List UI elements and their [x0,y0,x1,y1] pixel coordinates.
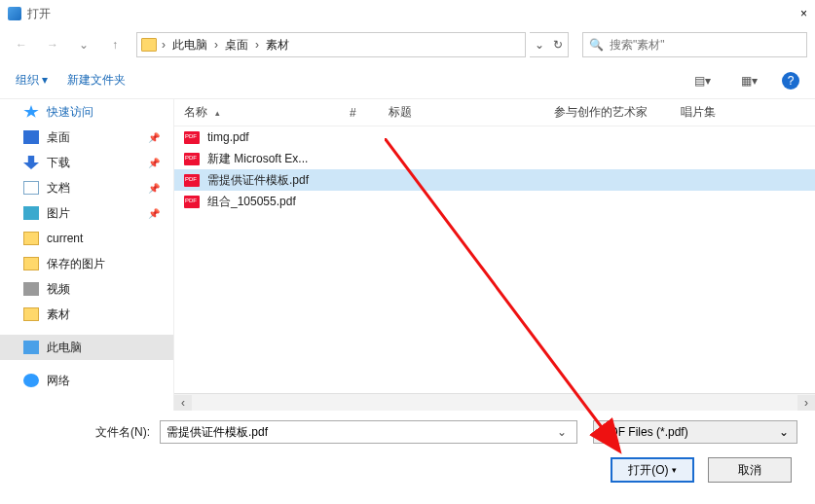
horizontal-scrollbar[interactable]: ‹ › [174,393,815,411]
preview-pane-button[interactable]: ▦▾ [735,70,762,91]
nav-bar: ← → ⌄ ↑ › 此电脑 › 桌面 › 素材 ⌄ ↻ 🔍 搜索"素材" [0,27,815,62]
pdf-icon [184,131,200,144]
dialog-body: 快速访问 桌面📌 下载📌 文档📌 图片📌 current 保存的图片 视频 素材… [0,99,815,411]
sidebar-item-documents[interactable]: 文档📌 [0,175,173,200]
folder-icon [23,307,39,321]
forward-button[interactable]: → [39,31,66,58]
star-icon [23,105,39,119]
scroll-left-icon[interactable]: ‹ [174,395,192,411]
pin-icon: 📌 [148,132,160,143]
download-icon [23,156,39,169]
document-icon [23,181,39,195]
sidebar-network[interactable]: 网络 [0,368,173,393]
sort-caret-icon: ▴ [215,108,220,118]
scroll-right-icon[interactable]: › [797,395,815,411]
up-button[interactable]: ↑ [101,31,129,58]
filename-input[interactable]: 需提供证件模板.pdf ⌄ [160,420,577,444]
filename-dropdown-icon[interactable]: ⌄ [553,425,571,439]
title-bar: 打开 × [0,0,815,27]
video-icon [23,282,39,296]
file-row[interactable]: 新建 Microsoft Ex... [174,148,815,169]
window-title: 打开 [27,6,51,22]
breadcrumb-dropdown-icon[interactable]: ⌄ [535,38,544,52]
folder-icon [141,38,157,52]
file-row[interactable]: 需提供证件模板.pdf [174,169,815,191]
crumb-sucai[interactable]: 素材 [264,37,291,54]
desktop-icon [23,130,39,144]
breadcrumb-extra: ⌄ ↻ [530,32,569,57]
file-list-area: 名称▴ # 标题 参与创作的艺术家 唱片集 timg.pdf 新建 Micros… [173,99,815,411]
breadcrumb[interactable]: › 此电脑 › 桌面 › 素材 [136,32,526,57]
search-placeholder: 搜索"素材" [610,37,665,54]
crumb-thispc[interactable]: 此电脑 [170,37,209,54]
toolbar: 组织 ▾ 新建文件夹 ▤▾ ▦▾ ? [0,62,815,99]
app-icon [8,7,21,20]
close-icon[interactable]: × [800,7,807,20]
pc-icon [23,341,39,354]
new-folder-button[interactable]: 新建文件夹 [67,72,126,89]
filetype-value: PDF Files (*.pdf) [602,425,688,439]
pictures-icon [23,206,39,220]
sidebar-quick-access[interactable]: 快速访问 [0,99,173,125]
pdf-icon [184,174,200,187]
search-icon: 🔍 [589,38,604,52]
folder-icon [23,232,39,245]
recent-dropdown[interactable]: ⌄ [70,31,97,58]
search-input[interactable]: 🔍 搜索"素材" [582,32,807,57]
footer: 文件名(N): 需提供证件模板.pdf ⌄ PDF Files (*.pdf) … [0,411,815,483]
crumb-desktop[interactable]: 桌面 [223,37,250,54]
filename-label: 文件名(N): [18,424,154,441]
file-row[interactable]: 组合_105055.pdf [174,191,815,212]
file-row[interactable]: timg.pdf [174,126,815,148]
back-button[interactable]: ← [8,31,35,58]
sidebar-item-savedpics[interactable]: 保存的图片 [0,251,173,276]
column-headers: 名称▴ # 标题 参与创作的艺术家 唱片集 [174,99,815,126]
sidebar-item-videos[interactable]: 视频 [0,276,173,302]
col-album[interactable]: 唱片集 [671,104,815,121]
sidebar-item-pictures[interactable]: 图片📌 [0,200,173,226]
sidebar: 快速访问 桌面📌 下载📌 文档📌 图片📌 current 保存的图片 视频 素材… [0,99,173,411]
sidebar-item-sucai[interactable]: 素材 [0,302,173,327]
sidebar-item-downloads[interactable]: 下载📌 [0,150,173,175]
help-button[interactable]: ? [782,72,799,90]
pdf-icon [184,153,200,165]
pin-icon: 📌 [148,183,160,194]
network-icon [23,374,39,387]
sidebar-item-desktop[interactable]: 桌面📌 [0,125,173,150]
organize-button[interactable]: 组织 ▾ [16,72,48,89]
sidebar-item-current[interactable]: current [0,226,173,251]
cancel-button[interactable]: 取消 [708,457,792,483]
sidebar-this-pc[interactable]: 此电脑 [0,335,173,360]
col-name[interactable]: 名称▴ [174,104,340,121]
filename-value: 需提供证件模板.pdf [167,424,553,441]
filetype-select[interactable]: PDF Files (*.pdf) ⌄ [593,420,797,444]
col-title[interactable]: 标题 [379,104,544,121]
folder-icon [23,257,39,270]
file-rows: timg.pdf 新建 Microsoft Ex... 需提供证件模板.pdf … [174,126,815,393]
filetype-dropdown-icon: ⌄ [779,425,789,439]
col-artist[interactable]: 参与创作的艺术家 [544,104,671,121]
view-mode-button[interactable]: ▤▾ [688,70,716,91]
pin-icon: 📌 [148,158,160,168]
col-number[interactable]: # [340,106,379,120]
open-button[interactable]: 打开(O) ▾ [611,457,694,483]
pin-icon: 📌 [148,208,160,219]
pdf-icon [184,196,200,208]
refresh-icon[interactable]: ↻ [553,38,563,52]
